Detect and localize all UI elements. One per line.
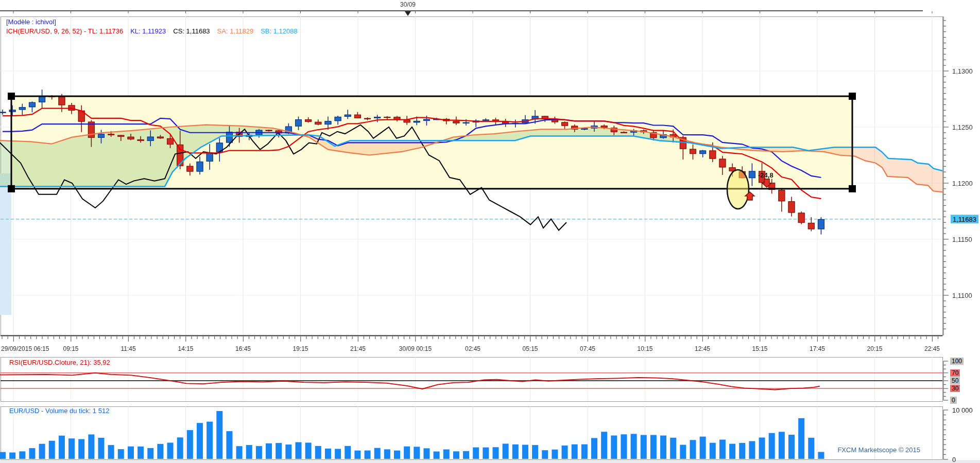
- fxcm-marketscope-chart-window: 30/09 [Modèle : ichivol] ICH(EUR/USD, 9,…: [0, 0, 980, 463]
- ichimoku-legend-segment: SA: 1,11829: [217, 27, 254, 35]
- time-tick-label: 20:15: [867, 345, 882, 352]
- ichimoku-legend-segment: KL: 1,11923: [130, 27, 166, 35]
- price-tick-label: 1,1200: [952, 180, 973, 187]
- price-tick-label: 1,1150: [952, 236, 972, 243]
- chart-canvas[interactable]: [0, 0, 980, 463]
- volume-tick-label: 10 000: [952, 406, 973, 414]
- copyright-watermark: FXCM Marketscope © 2015: [837, 446, 920, 454]
- rsi-level-chip: 100: [950, 358, 964, 365]
- time-tick-label: 29/09/2015 06:15: [1, 345, 49, 352]
- ichimoku-legend: ICH(EUR/USD, 9, 26, 52) - TL: 1,11736KL:…: [6, 27, 305, 35]
- time-tick-label: 10:15: [637, 345, 652, 352]
- volume-panel-title: EUR/USD - Volume du tick: 1 512: [9, 407, 109, 415]
- time-tick-label: 17:45: [810, 345, 825, 352]
- time-tick-label: 21:45: [350, 345, 366, 352]
- time-tick-label: 19:15: [293, 345, 308, 352]
- time-tick-label: 02:45: [465, 345, 480, 352]
- ichimoku-legend-segment: ICH(EUR/USD, 9, 26, 52) - TL: 1,11736: [6, 27, 123, 35]
- rsi-level-chip: 0: [950, 397, 957, 404]
- time-tick-label: 30/09 00:15: [399, 345, 432, 352]
- rsi-level-chip: 50: [950, 377, 960, 384]
- time-tick-label: 11:45: [121, 345, 135, 352]
- ichimoku-legend-segment: CS: 1,11683: [173, 27, 210, 35]
- time-tick-label: 15:15: [752, 345, 767, 352]
- rsi-level-chip: 70: [950, 369, 960, 377]
- time-tick-label: 12:45: [695, 345, 710, 352]
- rsi-panel-title: RSI(EUR/USD.Cloture, 21): 35,92: [9, 359, 110, 366]
- distance-annotation: -24,8: [758, 171, 773, 179]
- time-tick-label: 07:45: [580, 345, 595, 352]
- time-tick-label: 14:15: [178, 345, 193, 352]
- time-tick-label: 09:15: [63, 345, 78, 352]
- time-tick-label: 16:45: [235, 345, 251, 352]
- top-ruler-date-marker: 30/09: [400, 1, 416, 8]
- current-price-badge: 1,11683: [951, 215, 978, 224]
- rsi-level-chip: 30: [950, 385, 960, 392]
- price-tick-label: 1,1300: [952, 67, 973, 75]
- time-tick-label: 22:45: [924, 345, 940, 352]
- price-tick-label: 1,1100: [952, 292, 972, 299]
- volume-tick-label: 0: [952, 456, 956, 463]
- chart-model-label: [Modèle : ichivol]: [6, 18, 56, 26]
- time-tick-label: 05:15: [522, 345, 538, 352]
- ichimoku-legend-segment: SB: 1,12088: [261, 27, 298, 35]
- price-tick-label: 1,1250: [952, 123, 973, 131]
